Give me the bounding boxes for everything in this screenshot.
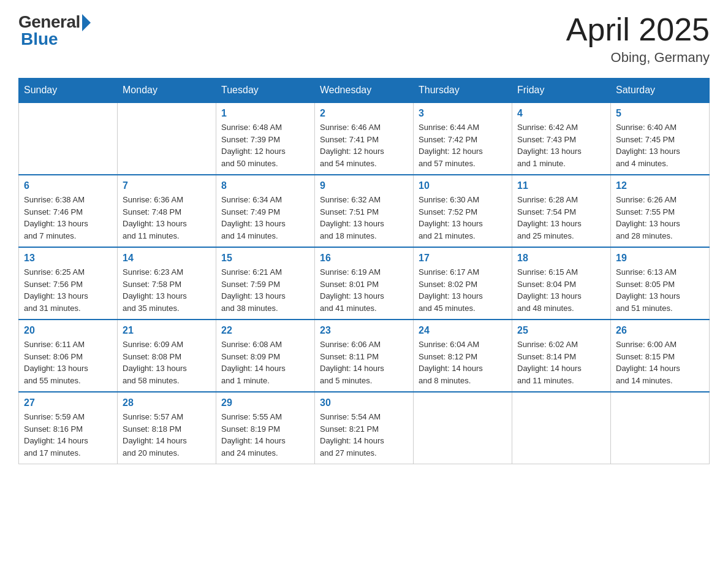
day-info: Sunrise: 6:34 AMSunset: 7:49 PMDaylight:…	[221, 194, 309, 242]
day-info: Sunrise: 6:36 AMSunset: 7:48 PMDaylight:…	[123, 194, 211, 242]
day-number: 9	[320, 180, 408, 191]
calendar-cell: 9Sunrise: 6:32 AMSunset: 7:51 PMDaylight…	[315, 175, 414, 247]
weekday-header-sunday: Sunday	[19, 79, 118, 103]
calendar-cell: 10Sunrise: 6:30 AMSunset: 7:52 PMDayligh…	[414, 175, 512, 247]
calendar-week-row: 20Sunrise: 6:11 AMSunset: 8:06 PMDayligh…	[19, 320, 710, 392]
day-info: Sunrise: 6:40 AMSunset: 7:45 PMDaylight:…	[616, 121, 704, 169]
day-number: 6	[24, 180, 112, 191]
calendar-cell: 21Sunrise: 6:09 AMSunset: 8:08 PMDayligh…	[118, 320, 216, 392]
day-info: Sunrise: 6:13 AMSunset: 8:05 PMDaylight:…	[616, 266, 704, 314]
calendar-cell	[414, 392, 512, 464]
day-number: 24	[419, 325, 507, 336]
logo-triangle-icon	[82, 14, 91, 31]
day-number: 29	[221, 397, 309, 408]
calendar-cell: 1Sunrise: 6:48 AMSunset: 7:39 PMDaylight…	[216, 102, 315, 175]
title-block: April 2025 Obing, Germany	[566, 12, 710, 66]
day-info: Sunrise: 6:28 AMSunset: 7:54 PMDaylight:…	[517, 194, 605, 242]
day-info: Sunrise: 6:21 AMSunset: 7:59 PMDaylight:…	[221, 266, 309, 314]
day-info: Sunrise: 6:17 AMSunset: 8:02 PMDaylight:…	[419, 266, 507, 314]
calendar-cell	[118, 102, 216, 175]
calendar-cell: 25Sunrise: 6:02 AMSunset: 8:14 PMDayligh…	[512, 320, 611, 392]
logo: General Blue	[18, 12, 91, 49]
calendar-cell: 16Sunrise: 6:19 AMSunset: 8:01 PMDayligh…	[315, 247, 414, 320]
day-number: 28	[123, 397, 211, 408]
day-number: 2	[320, 108, 408, 119]
weekday-header-monday: Monday	[118, 79, 216, 103]
calendar-cell: 19Sunrise: 6:13 AMSunset: 8:05 PMDayligh…	[611, 247, 710, 320]
day-info: Sunrise: 6:15 AMSunset: 8:04 PMDaylight:…	[517, 266, 605, 314]
day-info: Sunrise: 6:38 AMSunset: 7:46 PMDaylight:…	[24, 194, 112, 242]
logo-blue-text: Blue	[21, 29, 58, 49]
calendar-table: SundayMondayTuesdayWednesdayThursdayFrid…	[18, 78, 710, 464]
day-info: Sunrise: 6:44 AMSunset: 7:42 PMDaylight:…	[419, 121, 507, 169]
day-number: 4	[517, 108, 605, 119]
calendar-cell	[512, 392, 611, 464]
calendar-cell: 11Sunrise: 6:28 AMSunset: 7:54 PMDayligh…	[512, 175, 611, 247]
calendar-cell: 6Sunrise: 6:38 AMSunset: 7:46 PMDaylight…	[19, 175, 118, 247]
calendar-cell: 13Sunrise: 6:25 AMSunset: 7:56 PMDayligh…	[19, 247, 118, 320]
day-number: 14	[123, 253, 211, 264]
day-info: Sunrise: 5:57 AMSunset: 8:18 PMDaylight:…	[123, 411, 211, 459]
calendar-cell	[19, 102, 118, 175]
calendar-cell: 8Sunrise: 6:34 AMSunset: 7:49 PMDaylight…	[216, 175, 315, 247]
day-info: Sunrise: 6:11 AMSunset: 8:06 PMDaylight:…	[24, 339, 112, 386]
day-number: 18	[517, 253, 605, 264]
day-info: Sunrise: 6:04 AMSunset: 8:12 PMDaylight:…	[419, 339, 507, 386]
weekday-header-wednesday: Wednesday	[315, 79, 414, 103]
day-number: 11	[517, 180, 605, 191]
calendar-cell: 28Sunrise: 5:57 AMSunset: 8:18 PMDayligh…	[118, 392, 216, 464]
calendar-cell: 7Sunrise: 6:36 AMSunset: 7:48 PMDaylight…	[118, 175, 216, 247]
day-number: 8	[221, 180, 309, 191]
day-number: 22	[221, 325, 309, 336]
day-info: Sunrise: 6:00 AMSunset: 8:15 PMDaylight:…	[616, 339, 704, 386]
day-number: 15	[221, 253, 309, 264]
calendar-cell: 29Sunrise: 5:55 AMSunset: 8:19 PMDayligh…	[216, 392, 315, 464]
day-info: Sunrise: 6:02 AMSunset: 8:14 PMDaylight:…	[517, 339, 605, 386]
day-info: Sunrise: 6:48 AMSunset: 7:39 PMDaylight:…	[221, 121, 309, 169]
calendar-title: April 2025	[566, 12, 710, 47]
calendar-cell: 30Sunrise: 5:54 AMSunset: 8:21 PMDayligh…	[315, 392, 414, 464]
day-info: Sunrise: 6:26 AMSunset: 7:55 PMDaylight:…	[616, 194, 704, 242]
calendar-cell: 4Sunrise: 6:42 AMSunset: 7:43 PMDaylight…	[512, 102, 611, 175]
calendar-cell: 24Sunrise: 6:04 AMSunset: 8:12 PMDayligh…	[414, 320, 512, 392]
calendar-week-row: 13Sunrise: 6:25 AMSunset: 7:56 PMDayligh…	[19, 247, 710, 320]
day-number: 5	[616, 108, 704, 119]
day-number: 27	[24, 397, 112, 408]
calendar-cell: 14Sunrise: 6:23 AMSunset: 7:58 PMDayligh…	[118, 247, 216, 320]
calendar-week-row: 1Sunrise: 6:48 AMSunset: 7:39 PMDaylight…	[19, 102, 710, 175]
weekday-header-saturday: Saturday	[611, 79, 710, 103]
page-header: General Blue April 2025 Obing, Germany	[18, 12, 710, 66]
day-info: Sunrise: 6:42 AMSunset: 7:43 PMDaylight:…	[517, 121, 605, 169]
day-info: Sunrise: 6:06 AMSunset: 8:11 PMDaylight:…	[320, 339, 408, 386]
calendar-week-row: 6Sunrise: 6:38 AMSunset: 7:46 PMDaylight…	[19, 175, 710, 247]
calendar-week-row: 27Sunrise: 5:59 AMSunset: 8:16 PMDayligh…	[19, 392, 710, 464]
day-number: 13	[24, 253, 112, 264]
calendar-header-row: SundayMondayTuesdayWednesdayThursdayFrid…	[19, 79, 710, 103]
day-number: 26	[616, 325, 704, 336]
day-info: Sunrise: 6:19 AMSunset: 8:01 PMDaylight:…	[320, 266, 408, 314]
day-info: Sunrise: 5:54 AMSunset: 8:21 PMDaylight:…	[320, 411, 408, 459]
day-number: 20	[24, 325, 112, 336]
day-number: 3	[419, 108, 507, 119]
calendar-cell: 17Sunrise: 6:17 AMSunset: 8:02 PMDayligh…	[414, 247, 512, 320]
calendar-cell	[611, 392, 710, 464]
day-number: 12	[616, 180, 704, 191]
calendar-cell: 20Sunrise: 6:11 AMSunset: 8:06 PMDayligh…	[19, 320, 118, 392]
calendar-cell: 2Sunrise: 6:46 AMSunset: 7:41 PMDaylight…	[315, 102, 414, 175]
day-info: Sunrise: 6:46 AMSunset: 7:41 PMDaylight:…	[320, 121, 408, 169]
calendar-cell: 27Sunrise: 5:59 AMSunset: 8:16 PMDayligh…	[19, 392, 118, 464]
day-number: 1	[221, 108, 309, 119]
day-number: 19	[616, 253, 704, 264]
calendar-cell: 12Sunrise: 6:26 AMSunset: 7:55 PMDayligh…	[611, 175, 710, 247]
calendar-cell: 22Sunrise: 6:08 AMSunset: 8:09 PMDayligh…	[216, 320, 315, 392]
day-info: Sunrise: 6:08 AMSunset: 8:09 PMDaylight:…	[221, 339, 309, 386]
calendar-cell: 18Sunrise: 6:15 AMSunset: 8:04 PMDayligh…	[512, 247, 611, 320]
calendar-cell: 15Sunrise: 6:21 AMSunset: 7:59 PMDayligh…	[216, 247, 315, 320]
weekday-header-thursday: Thursday	[414, 79, 512, 103]
day-info: Sunrise: 6:09 AMSunset: 8:08 PMDaylight:…	[123, 339, 211, 386]
day-number: 16	[320, 253, 408, 264]
weekday-header-tuesday: Tuesday	[216, 79, 315, 103]
calendar-cell: 26Sunrise: 6:00 AMSunset: 8:15 PMDayligh…	[611, 320, 710, 392]
day-info: Sunrise: 6:32 AMSunset: 7:51 PMDaylight:…	[320, 194, 408, 242]
calendar-cell: 3Sunrise: 6:44 AMSunset: 7:42 PMDaylight…	[414, 102, 512, 175]
